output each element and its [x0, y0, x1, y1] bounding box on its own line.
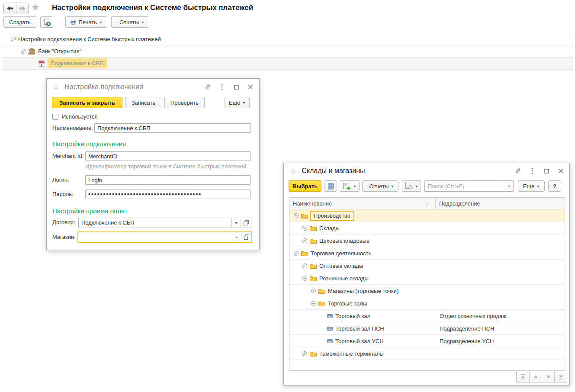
- expand-icon[interactable]: +: [311, 289, 316, 293]
- cell-name[interactable]: Торговый зал УСН: [289, 335, 436, 347]
- reports-menu-button[interactable]: Отчеты: [111, 16, 149, 28]
- cell-name[interactable]: −Розничные склады: [289, 272, 436, 284]
- cell-name[interactable]: −Производство: [289, 209, 436, 222]
- picker-reports-button[interactable]: Отчеты: [362, 180, 398, 192]
- cell-department[interactable]: [436, 297, 565, 309]
- move-item-button[interactable]: [340, 180, 360, 192]
- cell-department[interactable]: Отдел розничных продаж: [436, 310, 565, 322]
- cell-name[interactable]: +Оптовые склады: [289, 260, 436, 272]
- cell-name[interactable]: +Таможенные терминалы: [289, 347, 436, 360]
- window-star-icon[interactable]: ☆: [290, 167, 296, 176]
- history-button[interactable]: [402, 180, 421, 192]
- close-icon[interactable]: [557, 168, 564, 174]
- star-icon[interactable]: ★: [31, 2, 40, 13]
- list-view-button[interactable]: [324, 180, 337, 192]
- table-row[interactable]: +Магазины (торговые точки): [289, 285, 565, 297]
- contract-value[interactable]: Подключение к СБП: [79, 218, 231, 228]
- cell-department[interactable]: [436, 347, 565, 360]
- collapse-icon[interactable]: −: [311, 301, 316, 306]
- expand-icon[interactable]: +: [302, 263, 307, 268]
- select-button[interactable]: Выбрать: [289, 180, 321, 192]
- more-button[interactable]: Еще: [225, 97, 250, 108]
- cell-name[interactable]: Торговый зал: [289, 310, 436, 322]
- link-icon[interactable]: [514, 167, 521, 174]
- cell-name[interactable]: −Торговые залы: [289, 297, 436, 309]
- close-icon[interactable]: [247, 84, 254, 90]
- maximize-icon[interactable]: [543, 169, 550, 174]
- check-button[interactable]: Проверить: [164, 97, 205, 108]
- back-button[interactable]: [4, 3, 16, 14]
- save-and-close-button[interactable]: Записать и закрыть: [52, 97, 122, 108]
- table-row[interactable]: −Торговые залы: [289, 297, 565, 310]
- password-input[interactable]: [85, 190, 251, 199]
- last-row-button[interactable]: [554, 371, 567, 382]
- table-row[interactable]: +Цеховые кладовые: [289, 235, 565, 247]
- tree-row[interactable]: −Банк "Открытие": [2, 45, 573, 58]
- store-dropdown-button[interactable]: [232, 232, 241, 242]
- cell-department[interactable]: [436, 285, 565, 297]
- picker-more-button[interactable]: Еще: [518, 180, 545, 192]
- cell-name[interactable]: +Цеховые кладовые: [289, 235, 436, 247]
- expand-icon[interactable]: +: [302, 238, 307, 243]
- cell-department[interactable]: [436, 247, 565, 259]
- row-name-label: Цеховые кладовые: [319, 238, 369, 244]
- chevron-down-icon: [100, 22, 102, 23]
- next-row-button[interactable]: [542, 371, 554, 382]
- link-icon[interactable]: [204, 84, 211, 90]
- table-row[interactable]: +Оптовые склады: [289, 260, 565, 272]
- merchant-id-input[interactable]: [85, 151, 251, 161]
- cell-name[interactable]: +Магазины (торговые точки): [289, 285, 436, 297]
- store-open-button[interactable]: [241, 232, 251, 242]
- table-row[interactable]: +Таможенные терминалы: [289, 347, 565, 360]
- merchant-id-label: Merchant Id:: [52, 153, 84, 159]
- collapse-icon[interactable]: −: [21, 49, 26, 54]
- contract-dropdown-button[interactable]: [231, 218, 241, 228]
- save-button[interactable]: Записать: [125, 97, 161, 108]
- search-field[interactable]: Поиск (Ctrl+F) ×: [424, 180, 514, 192]
- create-group-button[interactable]: [40, 16, 53, 28]
- collapse-icon[interactable]: −: [294, 251, 299, 256]
- previous-row-button[interactable]: [529, 371, 542, 382]
- table-row[interactable]: Торговый зал УСНПодразделение УСН: [289, 335, 565, 347]
- column-header-name[interactable]: Наименование ↓: [289, 198, 436, 209]
- maximize-icon[interactable]: [233, 85, 240, 90]
- window-star-icon[interactable]: ☆: [53, 83, 59, 92]
- table-row[interactable]: −Производство: [289, 209, 565, 222]
- print-menu-button[interactable]: Печать: [65, 16, 107, 28]
- kebab-menu-icon[interactable]: [529, 167, 536, 174]
- cell-department[interactable]: [436, 209, 565, 222]
- expand-icon[interactable]: +: [302, 226, 307, 231]
- login-input[interactable]: [85, 175, 251, 185]
- forward-button[interactable]: [16, 3, 28, 14]
- table-row[interactable]: Торговый зал ПСНПодразделение ПСН: [289, 322, 565, 335]
- expand-icon[interactable]: +: [302, 351, 307, 356]
- contract-open-button[interactable]: [241, 218, 251, 228]
- first-row-button[interactable]: [517, 371, 529, 382]
- help-button[interactable]: ?: [548, 180, 561, 192]
- cell-name[interactable]: Торговый зал ПСН: [289, 322, 436, 334]
- table-row[interactable]: Торговый залОтдел розничных продаж: [289, 310, 565, 322]
- cell-department[interactable]: [436, 272, 565, 284]
- collapse-icon[interactable]: −: [11, 37, 16, 42]
- table-row[interactable]: +Склады: [289, 222, 565, 235]
- store-value[interactable]: [78, 232, 232, 242]
- used-checkbox[interactable]: [52, 114, 58, 120]
- cell-department[interactable]: Подразделение ПСН: [436, 322, 565, 334]
- tree-row[interactable]: −Настройки подключения к Системе быстрых…: [2, 33, 573, 45]
- table-row[interactable]: −Торговая деятельность: [289, 247, 565, 260]
- kebab-menu-icon[interactable]: [218, 84, 225, 90]
- collapse-icon[interactable]: −: [294, 213, 299, 218]
- cell-department[interactable]: [436, 222, 565, 234]
- name-input[interactable]: [94, 123, 251, 133]
- cell-department[interactable]: Подразделение УСН: [436, 335, 565, 347]
- search-clear-icon[interactable]: ×: [505, 181, 513, 191]
- cell-department[interactable]: [436, 235, 565, 247]
- column-header-department[interactable]: Подразделение: [436, 198, 565, 209]
- collapse-icon[interactable]: −: [302, 276, 307, 281]
- cell-name[interactable]: −Торговая деятельность: [289, 247, 436, 259]
- create-button[interactable]: Создать: [3, 16, 36, 28]
- cell-name[interactable]: +Склады: [289, 222, 436, 234]
- table-row[interactable]: −Розничные склады: [289, 272, 565, 285]
- cell-department[interactable]: [436, 260, 565, 272]
- tree-row[interactable]: Подключение к СБП: [2, 58, 573, 70]
